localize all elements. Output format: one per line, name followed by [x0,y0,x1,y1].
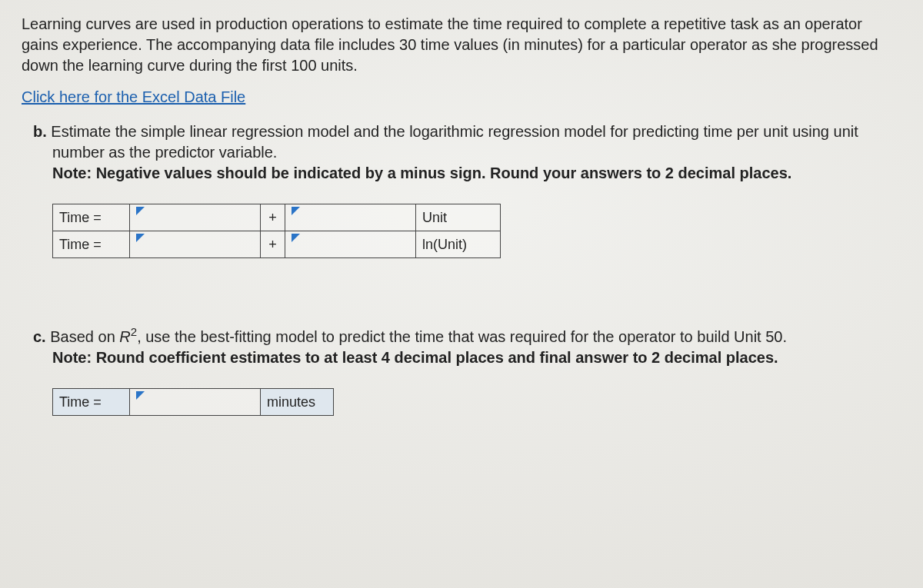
input-flag-icon [136,234,145,242]
predictor-label: Unit [416,204,501,231]
intercept-input-linear[interactable] [136,207,254,228]
slope-input-log[interactable] [292,234,409,255]
input-flag-icon [136,391,145,400]
input-flag-icon [292,207,300,215]
slope-input-linear[interactable] [292,207,409,228]
part-c-text: Based on R2, use the best-fitting model … [50,328,787,345]
part-b-note: Note: Negative values should be indicate… [52,164,791,181]
input-flag-icon [292,234,300,242]
input-flag-icon [136,207,145,215]
lhs-label: Time = [53,231,130,258]
unit-label: minutes [261,388,334,415]
part-c-label: c. [33,328,46,345]
table-row: Time = + Unit [53,204,501,231]
part-c-note: Note: Round coefficient estimates to at … [52,349,778,366]
part-b: b. Estimate the simple linear regression… [22,121,901,258]
plus-sign: + [261,231,285,258]
excel-file-link[interactable]: Click here for the Excel Data File [22,87,245,108]
intercept-input-log[interactable] [136,234,254,255]
part-c: c. Based on R2, use the best-fitting mod… [22,324,901,416]
part-b-text: Estimate the simple linear regression mo… [51,123,858,161]
prediction-table: Time = minutes [52,388,334,416]
predictor-label: ln(Unit) [416,231,501,258]
lhs-label: Time = [53,204,130,231]
part-b-label: b. [33,123,47,140]
table-row: Time = + ln(Unit) [53,231,501,258]
lhs-label: Time = [53,388,130,415]
table-row: Time = minutes [53,388,334,415]
regression-table: Time = + Unit Time = [52,204,501,258]
predicted-time-input[interactable] [136,391,254,413]
intro-paragraph: Learning curves are used in production o… [22,14,901,76]
plus-sign: + [261,204,285,231]
